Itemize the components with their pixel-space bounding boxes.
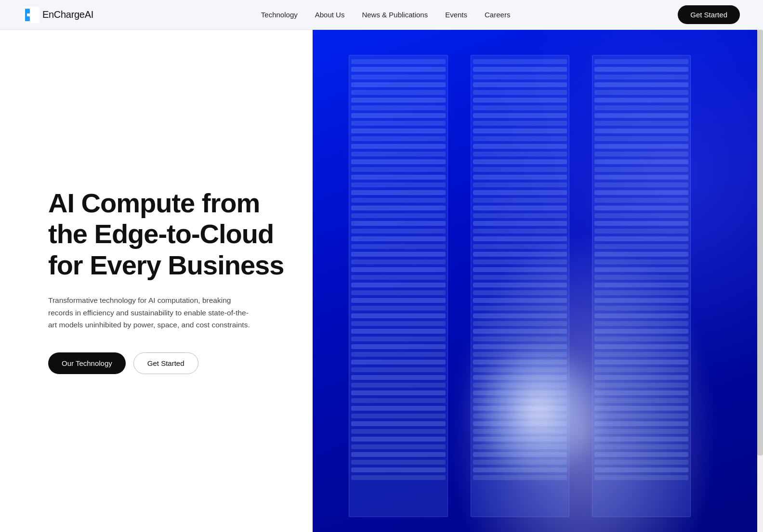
nav-item-events[interactable]: Events [445,11,467,19]
rack-right [592,55,691,517]
scrollbar[interactable] [757,30,763,532]
hero-heading: AI Compute from the Edge-to-Cloud for Ev… [48,188,284,281]
nav-item-about-us[interactable]: About Us [315,11,345,19]
hero-get-started-button[interactable]: Get Started [133,352,198,374]
hero-subtitle: Transformative technology for AI computa… [48,294,255,331]
hero-right [313,30,763,532]
logo-text: EnChargeAI [42,9,93,20]
logo[interactable]: EnChargeAI [23,7,93,23]
rack-left [349,55,448,517]
header-get-started-button[interactable]: Get Started [678,5,740,24]
scrollbar-thumb[interactable] [757,30,763,455]
main-nav: Technology About Us News & Publications … [261,11,511,19]
hero-buttons: Our Technology Get Started [48,352,284,374]
nav-item-careers[interactable]: Careers [485,11,510,19]
nav-item-news-publications[interactable]: News & Publications [362,11,428,19]
hero-section: AI Compute from the Edge-to-Cloud for Ev… [0,0,763,532]
svg-rect-3 [25,9,27,21]
header: EnChargeAI Technology About Us News & Pu… [0,0,763,30]
glow-effect [471,341,605,482]
hero-left: AI Compute from the Edge-to-Cloud for Ev… [0,30,313,532]
nav-item-technology[interactable]: Technology [261,11,298,19]
logo-icon [23,7,39,23]
our-technology-button[interactable]: Our Technology [48,352,126,374]
